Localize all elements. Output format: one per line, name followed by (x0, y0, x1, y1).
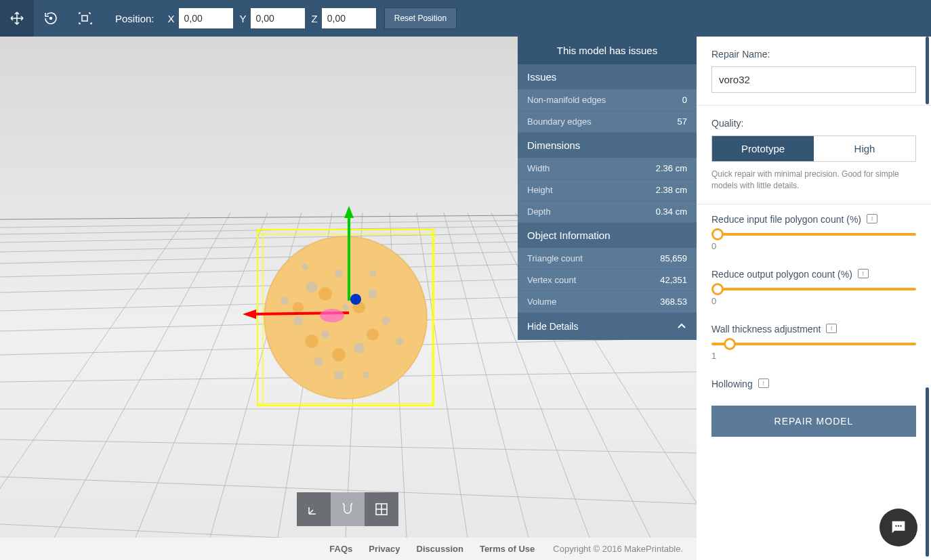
copyright-text: Copyright © 2016 MakePrintable. (553, 544, 683, 554)
info-row: Triangle count85,659 (518, 248, 697, 270)
issues-panel-title: This model has issues (518, 37, 697, 64)
svg-point-56 (332, 348, 346, 362)
chat-support-button[interactable] (880, 509, 917, 546)
slider-label-output-polygon: Reduce output polygon count (%)! (711, 269, 916, 280)
svg-point-51 (302, 263, 308, 270)
top-toolbar: Position: X Y Z Reset Position (0, 0, 931, 37)
issue-row: Boundary edges57 (518, 111, 697, 133)
svg-point-48 (396, 337, 404, 345)
svg-point-45 (314, 357, 323, 366)
y-position-input[interactable] (251, 8, 305, 28)
slider-wall-thickness[interactable] (711, 343, 916, 345)
quality-tab-prototype[interactable]: Prototype (712, 136, 814, 161)
position-label: Position: (115, 13, 154, 24)
move-tool-button[interactable] (0, 0, 34, 37)
info-icon[interactable]: ! (867, 214, 877, 223)
svg-point-69 (900, 525, 901, 527)
scrollbar[interactable] (926, 387, 929, 557)
info-icon[interactable]: ! (858, 269, 869, 278)
dimension-row: Width2.36 cm (518, 158, 697, 179)
x-axis-label: X (168, 13, 175, 24)
info-row: Vertex count42,351 (518, 270, 697, 291)
svg-line-13 (0, 439, 697, 453)
info-icon[interactable]: ! (826, 324, 837, 333)
svg-point-62 (350, 294, 361, 305)
svg-point-43 (382, 317, 390, 325)
slider-output-polygon[interactable] (711, 288, 916, 290)
svg-point-44 (342, 304, 349, 311)
quality-label: Quality: (711, 118, 916, 129)
svg-point-63 (320, 309, 344, 322)
slider-label-wall-thickness: Wall thickness adjustment! (711, 324, 916, 335)
svg-point-41 (321, 330, 329, 339)
repair-model-button[interactable]: REPAIR MODEL (711, 406, 916, 437)
svg-point-49 (334, 370, 344, 380)
dimension-row: Height2.38 cm (518, 179, 697, 201)
slider-label-input-polygon: Reduce input file polygon count (%)! (711, 214, 916, 225)
svg-point-55 (367, 328, 379, 341)
view-mode-toolbar (297, 492, 398, 526)
slider-label-hollowing: Hollowing! (711, 379, 916, 389)
object-info-section-header: Object Information (518, 223, 697, 248)
hide-details-toggle[interactable]: Hide Details (518, 313, 697, 340)
terms-link[interactable]: Terms of Use (480, 544, 535, 554)
slider-value: 0 (711, 296, 916, 306)
svg-point-35 (264, 236, 427, 399)
x-position-input[interactable] (179, 8, 233, 28)
svg-point-50 (363, 372, 369, 379)
slider-value: 0 (711, 241, 916, 251)
z-position-input[interactable] (322, 8, 376, 28)
svg-point-67 (895, 525, 896, 527)
svg-line-18 (136, 213, 268, 538)
svg-point-57 (293, 302, 304, 313)
svg-point-52 (318, 287, 332, 301)
svg-point-40 (293, 316, 303, 326)
chevron-up-icon (676, 321, 687, 332)
slider-thumb[interactable] (724, 338, 736, 350)
snap-mode-button[interactable] (331, 492, 365, 526)
svg-point-0 (50, 18, 52, 20)
axes-mode-button[interactable] (297, 492, 331, 526)
privacy-link[interactable]: Privacy (369, 544, 400, 554)
svg-line-15 (0, 524, 697, 538)
quality-description: Quick repair with minimal precision. Goo… (711, 169, 916, 192)
slider-value: 1 (711, 351, 916, 361)
svg-point-46 (369, 270, 376, 277)
dimension-row: Depth0.34 cm (518, 201, 697, 223)
quality-tabs: Prototype High (711, 135, 916, 162)
slider-thumb[interactable] (711, 283, 724, 295)
svg-marker-59 (344, 206, 354, 218)
faqs-link[interactable]: FAQs (329, 544, 352, 554)
bounds-tool-button[interactable] (68, 0, 102, 37)
info-icon[interactable]: ! (758, 379, 769, 388)
svg-point-68 (898, 525, 899, 527)
rotate-tool-button[interactable] (34, 0, 68, 37)
repair-name-label: Repair Name: (711, 49, 916, 60)
slider-thumb[interactable] (711, 228, 724, 240)
discussion-link[interactable]: Discussion (417, 544, 463, 554)
quality-tab-high[interactable]: High (814, 136, 915, 161)
grid-mode-button[interactable] (365, 492, 398, 526)
chat-icon (889, 518, 908, 537)
reset-position-button[interactable]: Reset Position (384, 7, 457, 29)
issues-panel: This model has issues Issues Non-manifol… (518, 37, 697, 340)
svg-marker-61 (243, 309, 256, 319)
slider-input-polygon[interactable] (711, 233, 916, 236)
scrollbar[interactable] (926, 37, 929, 104)
dimensions-section-header: Dimensions (518, 133, 697, 158)
repair-name-input[interactable] (711, 66, 916, 93)
svg-point-38 (335, 270, 343, 278)
issues-section-header: Issues (518, 64, 697, 89)
info-row: Volume368.53 (518, 291, 697, 313)
z-axis-label: Z (312, 13, 318, 24)
svg-point-37 (306, 282, 317, 293)
svg-point-47 (281, 297, 289, 305)
svg-point-42 (354, 343, 365, 353)
issue-row: Non-manifold edges0 (518, 89, 697, 111)
svg-point-54 (305, 335, 318, 348)
repair-settings-panel: Repair Name: Quality: Prototype High Qui… (697, 37, 931, 560)
svg-point-39 (368, 289, 377, 299)
footer: FAQs Privacy Discussion Terms of Use Cop… (0, 538, 697, 560)
y-axis-label: Y (240, 13, 247, 24)
